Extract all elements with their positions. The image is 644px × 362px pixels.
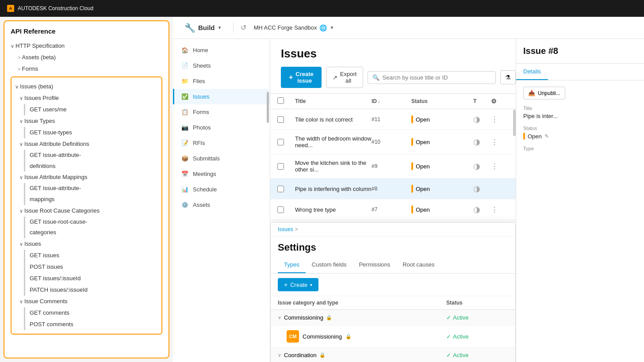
expand-icon: ∨ xyxy=(278,352,281,358)
header-id[interactable]: ID ↓ xyxy=(372,98,411,104)
settings-tabs: Types Custom fields Permissions Root cau… xyxy=(271,257,515,274)
api-panel-title: API Reference xyxy=(11,27,162,35)
table-row[interactable]: Pipe is interfering with column #8 Open … xyxy=(270,179,516,199)
issue-id-cell: #8 xyxy=(372,186,411,192)
issue-id-cell: #7 xyxy=(372,206,411,213)
api-item-issues-profile[interactable]: ∨ Issues Profile xyxy=(15,92,158,104)
sidebar-item-files[interactable]: 📁 Files xyxy=(173,73,270,89)
issue-title-cell: Tile color is not correct xyxy=(295,116,372,123)
row-checkbox[interactable] xyxy=(277,163,284,170)
edit-status-icon[interactable]: ✎ xyxy=(544,133,549,139)
sidebar-item-assets[interactable]: ⚙️ Assets xyxy=(173,197,270,213)
field-value: Open ✎ xyxy=(523,133,637,140)
sidebar-label-assets: Assets xyxy=(193,202,210,208)
row-checkbox[interactable] xyxy=(277,139,284,145)
sidebar-item-photos[interactable]: 📷 Photos xyxy=(173,120,270,135)
api-item-get-issues-id[interactable]: GET issues/:issueId xyxy=(24,273,158,284)
api-item-issues-group[interactable]: ∨ Issues xyxy=(15,238,158,250)
api-item-issue-types[interactable]: ∨ Issue Types xyxy=(15,115,158,127)
issues-title: Issues xyxy=(281,47,505,61)
more-menu-button[interactable]: ⋮ xyxy=(491,138,509,146)
build-button[interactable]: 🔧 Build ▼ xyxy=(180,20,226,36)
api-item-issues-beta[interactable]: ∨ Issues (beta) xyxy=(15,81,158,92)
table-row[interactable]: Wrong tree type #7 Open ◑ ⋮ xyxy=(270,199,516,220)
row-checkbox[interactable] xyxy=(277,206,284,213)
api-item-assets[interactable]: > Assets (beta) xyxy=(11,52,162,63)
table-scroll-bar[interactable] xyxy=(513,110,516,136)
api-item-patch-issues-id[interactable]: PATCH issues/:issueId xyxy=(24,284,158,296)
api-item-post-issues[interactable]: POST issues xyxy=(24,261,158,273)
search-input[interactable] xyxy=(382,74,491,81)
table-row[interactable]: Tile color is not correct #11 Open ◑ ⋮ xyxy=(270,109,516,130)
sidebar-item-issues[interactable]: ✅ Issues xyxy=(173,89,270,104)
settings-overlay: Issues > Settings Types Custom fields Pe… xyxy=(270,222,516,362)
api-item-get-comments[interactable]: GET comments xyxy=(24,307,158,319)
header-checkbox[interactable] xyxy=(277,97,295,105)
api-item-issue-comments[interactable]: ∨ Issue Comments xyxy=(15,296,158,307)
settings-tab-custom-fields[interactable]: Custom fields xyxy=(306,257,353,273)
status-bar xyxy=(411,138,413,146)
sidebar-item-home[interactable]: 🏠 Home xyxy=(173,42,270,58)
create-issue-button[interactable]: + Create issue xyxy=(281,67,322,88)
unpublish-button[interactable]: 📤 Unpubli... xyxy=(523,87,565,99)
api-item-get-issue-types[interactable]: GET issue-types xyxy=(24,127,158,138)
sidebar-item-rfis[interactable]: 📝 RFIs xyxy=(173,135,270,151)
schedule-icon: 📊 xyxy=(181,186,188,193)
status-bar xyxy=(411,115,413,123)
create-dropdown-button[interactable]: + Create ▾ xyxy=(278,278,318,291)
status-label: Open xyxy=(416,206,430,213)
header-settings-icon[interactable]: ⚙ xyxy=(491,98,509,105)
api-item-get-users[interactable]: GET users/me xyxy=(24,104,158,115)
settings-breadcrumb: Issues > xyxy=(271,223,515,236)
sidebar: 🏠 Home 📄 Sheets 📁 Files ✅ Issues xyxy=(173,39,270,362)
settings-tab-root-causes[interactable]: Root causes xyxy=(396,257,441,273)
submittals-icon: 📦 xyxy=(181,155,188,162)
issue-type-cell: ◑ xyxy=(473,161,491,171)
row-checkbox[interactable] xyxy=(277,116,284,123)
api-item-issue-root-causes[interactable]: ∨ Issue Root Cause Categories xyxy=(15,205,158,217)
more-menu-button[interactable]: ⋮ xyxy=(491,115,509,124)
more-menu-button[interactable]: ⋮ xyxy=(491,162,509,171)
status-value: Open xyxy=(528,133,542,140)
project-selector[interactable]: MH ACC Forge Sandbox 🌐 ▼ xyxy=(253,24,334,31)
plus-icon: + xyxy=(289,73,293,81)
col-category-type: Issue category and type xyxy=(278,300,446,306)
api-item-post-comments[interactable]: POST comments xyxy=(24,319,158,330)
table-row[interactable]: Move the kitchen sink to the other si...… xyxy=(270,154,516,179)
sidebar-item-sheets[interactable]: 📄 Sheets xyxy=(173,58,270,73)
api-item-get-issues[interactable]: GET issues xyxy=(24,250,158,261)
api-item-issue-attr-defs[interactable]: ∨ Issue Attribute Definitions xyxy=(15,138,158,150)
type-commissioning-cm[interactable]: CM Commissioning 🔒 ✓ Active xyxy=(271,326,515,347)
settings-tab-types[interactable]: Types xyxy=(278,257,306,273)
export-all-button[interactable]: ↗ Export all xyxy=(326,67,364,88)
sidebar-item-submittals[interactable]: 📦 Submittals xyxy=(173,151,270,166)
panel-content: 📤 Unpubli... Title Pipe is inter... Stat… xyxy=(516,80,644,164)
sidebar-label-photos: Photos xyxy=(193,124,211,131)
sidebar-item-schedule[interactable]: 📊 Schedule xyxy=(173,182,270,197)
meetings-icon: 📅 xyxy=(181,171,188,177)
filter-button[interactable]: ⚗ xyxy=(500,70,516,84)
row-checkbox[interactable] xyxy=(277,186,284,192)
sidebar-item-forms[interactable]: 📋 Forms xyxy=(173,104,270,120)
api-item-issue-attr-mappings[interactable]: ∨ Issue Attribute Mappings xyxy=(15,171,158,183)
more-menu-button[interactable]: ⋮ xyxy=(491,206,509,214)
breadcrumb-issues[interactable]: Issues xyxy=(278,226,293,232)
issues-content: Issues + Create issue ↗ Export all xyxy=(270,39,516,362)
search-container: 🔍 xyxy=(368,71,496,84)
api-item-get-issue-attr-mappings[interactable]: GET issue-attribute-mappings xyxy=(24,183,158,205)
status-active: ✓ Active xyxy=(446,314,508,321)
api-item-get-issue-attr-defs[interactable]: GET issue-attribute-definitions xyxy=(24,150,158,171)
sidebar-item-meetings[interactable]: 📅 Meetings xyxy=(173,166,270,182)
settings-tab-permissions[interactable]: Permissions xyxy=(353,257,396,273)
api-item-get-root-causes[interactable]: GET issue-root-cause-categories xyxy=(24,217,158,238)
issues-toolbar: + Create issue ↗ Export all 🔍 xyxy=(281,67,505,88)
category-commissioning-header[interactable]: ∨ Commissioning 🔒 ✓ Active xyxy=(271,310,515,326)
sidebar-scrollbar[interactable] xyxy=(267,92,269,123)
status-active: ✓ Active xyxy=(446,333,508,340)
api-item-http[interactable]: ∨ HTTP Specification xyxy=(11,40,162,52)
refresh-icon[interactable]: ↺ xyxy=(241,23,246,32)
api-item-forms[interactable]: > Forms xyxy=(11,63,162,75)
panel-tab-details[interactable]: Details xyxy=(516,64,548,80)
category-coordination-header[interactable]: ∨ Coordination 🔒 ✓ Active xyxy=(271,347,515,362)
table-row[interactable]: The width of bedroom window need... #10 … xyxy=(270,130,516,154)
